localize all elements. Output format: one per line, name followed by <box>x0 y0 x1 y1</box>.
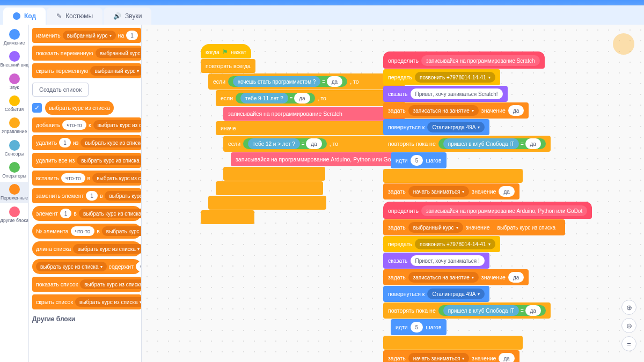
make-list-button[interactable]: Создать список <box>32 83 89 97</box>
block-repeat-until[interactable]: повторять пока непришел в клуб Слобода I… <box>383 136 551 152</box>
checkbox-icon[interactable]: ✓ <box>32 103 42 113</box>
operator-eq[interactable]: тебе 12 и > лет ? = да <box>243 138 327 149</box>
target-dropdown[interactable]: Сталинграда 49А <box>427 122 485 132</box>
zoom-reset-button[interactable]: = <box>621 336 636 351</box>
block-if-1[interactable]: еслихочешь стать программистом ? = да, т… <box>208 73 405 90</box>
var-dropdown[interactable]: записаться на занятие <box>408 272 479 283</box>
var-dropdown[interactable]: выбранный курс <box>96 48 142 58</box>
sensing-answer[interactable]: хочешь стать программистом ? <box>233 76 320 87</box>
block-call-other[interactable]: записывайся на программирование Arduino,… <box>231 152 405 166</box>
block-define-1[interactable]: определитьзаписывайся на программировани… <box>383 51 545 69</box>
main-area: Движение Внешний вид Звук События Управл… <box>0 25 644 362</box>
cat-myblocks[interactable]: Другие блоки <box>0 204 29 225</box>
tab-code[interactable]: Код <box>3 8 46 25</box>
block-end[interactable] <box>201 210 254 224</box>
cat-operators[interactable]: Операторы <box>0 160 29 181</box>
block-repeat-until[interactable]: повторять пока непришел в клуб Слобода I… <box>383 302 551 319</box>
script-stack-1[interactable]: когда⚑нажат повторять всегда еслихочешь … <box>201 44 405 225</box>
cat-control[interactable]: Управление <box>0 115 29 136</box>
list-dropdown[interactable]: выбрать курс из списка <box>80 138 142 147</box>
block-forever[interactable]: повторять всегда <box>201 59 255 73</box>
block-when-flag[interactable]: когда⚑нажат <box>201 44 251 58</box>
tab-costumes[interactable]: ✎Костюмы <box>47 8 103 25</box>
block-if-2[interactable]: еслитебе 9-11 лет ? = да, то <box>216 90 405 106</box>
list-dropdown[interactable]: выбрать курс из списка <box>105 191 142 201</box>
block-end[interactable] <box>223 167 325 181</box>
list-dropdown[interactable]: выбрать курс из списка <box>75 297 142 307</box>
block-show-var[interactable]: показать переменнуювыбранный курс <box>32 46 141 61</box>
var-dropdown[interactable]: начать заниматься <box>408 353 470 362</box>
script-canvas[interactable]: когда⚑нажат повторять всегда еслихочешь … <box>142 25 644 362</box>
list-dropdown[interactable]: выбрать курс из списка <box>73 244 142 254</box>
list-dropdown[interactable]: выбрать курс из списка <box>92 173 142 183</box>
script-stack-3[interactable]: определитьзаписывайся на программировани… <box>383 202 592 362</box>
var-dropdown[interactable]: начать заниматься <box>408 186 470 197</box>
block-hide-list[interactable]: скрыть списоквыбрать курс из списка <box>32 294 141 309</box>
cat-variables[interactable]: Переменные <box>0 182 29 203</box>
block-replace[interactable]: заменить элемент1ввыбрать курс из списка <box>32 188 141 203</box>
block-end[interactable] <box>383 169 523 183</box>
block-change-var[interactable]: изменитьвыбранный курсна1 <box>32 28 141 43</box>
target-dropdown[interactable]: Сталинграда 49А <box>427 289 485 299</box>
block-set-start[interactable]: задатьначать заниматьсязначениеда <box>383 350 519 362</box>
dot-icon <box>9 95 20 106</box>
operator-eq[interactable]: хочешь стать программистом ? = да <box>228 76 347 87</box>
list-dropdown[interactable]: выбрать курс из списка <box>77 156 142 165</box>
block-insert[interactable]: вставитьчто-товвыбрать курс из списка <box>32 171 141 186</box>
block-broadcast[interactable]: передатьпозвонить +7978014-14-41 <box>383 69 500 85</box>
cat-sound[interactable]: Звук <box>0 71 29 92</box>
block-delete[interactable]: удалить1извыбрать курс из списка <box>32 135 141 150</box>
cat-motion[interactable]: Движение <box>0 27 29 48</box>
block-end[interactable] <box>208 196 326 210</box>
var-dropdown[interactable]: выбранный курс <box>90 66 142 76</box>
block-move[interactable]: идти5шагов <box>391 152 447 168</box>
sensing-answer[interactable]: тебе 12 и > лет ? <box>248 138 300 149</box>
sensing-answer[interactable]: тебе 9-11 лет ? <box>240 93 288 104</box>
operator-eq[interactable]: пришел в клуб Слобода IT = да <box>438 138 546 149</box>
block-show-list[interactable]: показать списоквыбрать курс из списка <box>32 277 141 292</box>
block-call-scratch[interactable]: записывайся на программирование Scratch <box>223 107 405 121</box>
var-dropdown[interactable]: записаться на занятие <box>408 105 479 116</box>
block-end[interactable] <box>216 181 323 195</box>
block-point[interactable]: повернуться кСталинграда 49А <box>383 119 489 135</box>
block-point[interactable]: повернуться кСталинграда 49А <box>383 286 489 302</box>
message-dropdown[interactable]: позвонить +7978014-14-41 <box>415 72 495 83</box>
block-set-book[interactable]: задатьзаписаться на занятиезначениеда <box>383 269 529 285</box>
block-else[interactable]: иначе <box>216 121 405 135</box>
var-dropdown[interactable]: выбранный курс <box>408 222 463 233</box>
message-dropdown[interactable]: позвонить +7978014-14-41 <box>415 239 495 249</box>
list-reporter[interactable]: выбрать курс из списка <box>45 101 114 115</box>
block-contains[interactable]: выбрать курс из спискасодержитчто-то <box>32 259 141 274</box>
block-add[interactable]: добавитьчто-токвыбрать курс из списка <box>32 117 141 132</box>
block-length[interactable]: длина спискавыбрать курс из списка <box>32 241 141 256</box>
script-stack-2[interactable]: определитьзаписывайся на программировани… <box>383 51 551 200</box>
block-say[interactable]: сказатьПривет, хочу заниматься ! <box>383 253 489 269</box>
block-hide-var[interactable]: скрыть переменнуювыбранный курс <box>32 63 141 78</box>
cat-looks[interactable]: Внешний вид <box>0 49 29 70</box>
cat-sensing[interactable]: Сенсоры <box>0 138 29 159</box>
block-item[interactable]: элемент1ввыбрать курс из списка <box>32 206 141 221</box>
zoom-out-button[interactable]: ⊖ <box>621 318 636 333</box>
cat-events[interactable]: События <box>0 93 29 114</box>
var-dropdown[interactable]: выбранный курс <box>63 31 116 40</box>
list-dropdown[interactable]: выбрать курс из списка <box>79 209 142 218</box>
list-dropdown[interactable]: выбрать курс из списка <box>80 279 142 289</box>
block-say[interactable]: сказатьПривет, хочу заниматься Scratch! <box>383 86 508 102</box>
zoom-in-button[interactable]: ⊕ <box>621 300 636 315</box>
list-dropdown[interactable]: выбрать курс из списка <box>36 262 107 271</box>
block-set-1[interactable]: задатьзаписаться на занятиезначениеда <box>383 102 529 119</box>
block-move[interactable]: идти5шагов <box>391 319 447 335</box>
block-delete-all[interactable]: удалить все извыбрать курс из списка <box>32 153 141 168</box>
operator-eq[interactable]: тебе 9-11 лет ? = да <box>236 93 314 104</box>
block-set-2[interactable]: задатьначать заниматьсязначениеда <box>383 183 519 200</box>
operator-eq[interactable]: пришел в клуб Слобода IT = да <box>438 305 546 316</box>
block-item-num[interactable]: № элементачто-товвыбрать курс из списка <box>32 224 141 239</box>
block-define-2[interactable]: определитьзаписывайся на программировани… <box>383 202 592 219</box>
list-dropdown[interactable]: выбрать курс из списка <box>102 226 142 236</box>
block-broadcast[interactable]: передатьпозвонить +7978014-14-41 <box>383 236 500 252</box>
block-if-3[interactable]: еслитебе 12 и > лет ? = да, то <box>223 136 405 152</box>
block-end[interactable] <box>383 336 523 350</box>
tab-sounds[interactable]: 🔊Звуки <box>104 8 151 25</box>
block-set-course[interactable]: задатьвыбранный курсзначениевыбрать курс… <box>383 219 565 235</box>
list-dropdown[interactable]: выбрать курс из списка <box>93 120 142 130</box>
